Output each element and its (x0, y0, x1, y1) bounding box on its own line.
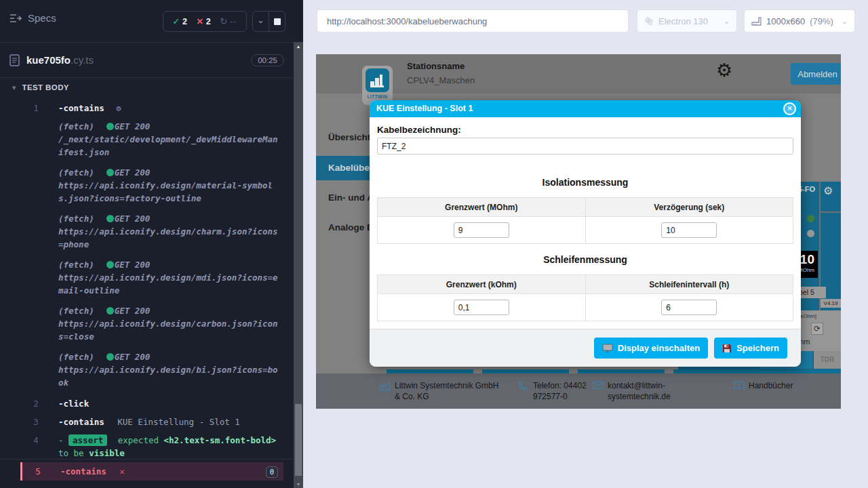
verzoegerung-input[interactable] (661, 222, 717, 238)
fetch-status: GET 200 (115, 214, 151, 224)
specs-label: Specs (28, 12, 56, 24)
fetch-status: GET 200 (115, 121, 151, 131)
failed-stat: ✕2 (196, 16, 210, 26)
spec-file-row[interactable]: kue705fo.cy.ts 00:25 (0, 43, 294, 77)
network-log-entry[interactable]: (fetch)GET 200 https://api.iconify.desig… (20, 348, 283, 391)
command-contains-1[interactable]: 1 -contains ⚙ (20, 99, 283, 118)
status-led-green (807, 215, 814, 222)
browser-name: Electron 130 (658, 16, 708, 26)
scrollbar-thumb[interactable] (295, 404, 302, 476)
specs-menu-icon (9, 14, 22, 23)
table-cell (585, 294, 793, 321)
network-log-entry[interactable]: (fetch)GET 200 https://api.iconify.desig… (20, 256, 283, 299)
scroll-up-arrow-icon[interactable]: ▲ (294, 44, 303, 49)
fail-x-icon: ✕ (119, 466, 125, 476)
reporter-scrollbar[interactable]: ▲ ▼ (294, 0, 303, 488)
card-tab-tdr[interactable]: TDR (814, 351, 841, 369)
fetch-status: GET 200 (115, 306, 151, 316)
collapse-all-button[interactable]: ⌄ (253, 12, 269, 31)
save-label: Speichern (736, 343, 779, 353)
fetch-kind: (fetch) (58, 121, 94, 131)
chevron-down-icon: ⌄ (257, 16, 264, 24)
address-bar[interactable] (317, 9, 629, 33)
spec-basename: kue705fo (26, 54, 71, 66)
chevron-down-icon: ⌄ (724, 17, 730, 26)
test-stats: ✓2 ✕2 ↻-- (163, 11, 247, 32)
fetch-kind: (fetch) (58, 167, 94, 178)
network-log-entry[interactable]: (fetch)GET 200 https://api.iconify.desig… (20, 210, 283, 253)
specs-menu[interactable]: Specs (9, 12, 56, 24)
network-log-entry[interactable]: (fetch)GET 200 https://api.iconify.desig… (20, 302, 283, 345)
assert-text: expected (118, 435, 159, 445)
isolation-heading: Isolationsmessung (377, 177, 793, 188)
network-log-entry[interactable]: (fetch)GET 200 https://api.iconify.desig… (20, 164, 283, 207)
command-name: -contains (58, 417, 104, 427)
fetch-kind: (fetch) (58, 306, 94, 316)
logout-button[interactable]: Abmelden (791, 63, 841, 85)
footer-manuals[interactable]: Handbücher (734, 380, 822, 391)
grenzwert-kohm-input[interactable] (454, 300, 509, 315)
modal-header[interactable]: KUE Einstellung - Slot 1 ✕ (370, 100, 801, 117)
command-number: 2 (24, 397, 47, 410)
network-log-entry[interactable]: (fetch)GET 200 /_next/static/development… (20, 118, 283, 161)
settings-gear-icon[interactable]: ⚙ (716, 60, 732, 81)
cable-name-input[interactable] (377, 138, 793, 155)
command-assert[interactable]: 4 - assert expected <h2.text-sm.font-bol… (20, 431, 283, 462)
command-contains-failed[interactable]: 5 -contains ✕ 0 (20, 462, 283, 481)
scroll-down-arrow-icon[interactable]: ▼ (294, 482, 303, 487)
command-log: 1 -contains ⚙ (fetch)GET 200 /_next/stat… (20, 99, 283, 481)
station-name-value: CPLV4_Maschen (407, 75, 475, 85)
status-dot-icon (106, 353, 114, 361)
floppy-disk-icon (722, 344, 732, 353)
divider (821, 211, 841, 213)
footer-phone: Telefon: 04402 972577-0 (518, 380, 601, 402)
viewport-selector[interactable]: 1000x660 (79%) ⌄ (744, 9, 855, 33)
fetch-url: https://api.iconify.design/carbon.json?i… (58, 317, 278, 343)
status-dot-icon (106, 169, 114, 176)
test-body-toggle[interactable]: ▾ TEST BODY (0, 78, 294, 97)
close-icon[interactable]: ✕ (783, 102, 796, 115)
modal-footer: Display einschalten Speichern (370, 329, 801, 367)
scrollbar-track[interactable]: ▲ ▼ (294, 42, 303, 488)
browser-selector[interactable]: Electron 130 ⌄ (637, 9, 737, 33)
retry-count-badge: 0 (266, 466, 278, 478)
grenzwert-mohm-input[interactable] (454, 222, 509, 238)
fetch-kind: (fetch) (58, 214, 94, 224)
kue-settings-modal: KUE Einstellung - Slot 1 ✕ Kabelbezeichn… (370, 100, 801, 367)
reporter-header: Specs ✓2 ✕2 ↻-- ⌄ (0, 0, 294, 42)
fetch-url: https://api.iconify.design/material-symb… (58, 179, 278, 205)
stop-tests-button[interactable] (269, 12, 285, 31)
save-button[interactable]: Speichern (714, 338, 787, 359)
command-contains-2[interactable]: 3 -contains KUE Einstellung - Slot 1 (20, 413, 283, 431)
command-name: -contains (58, 103, 104, 113)
stop-icon (274, 18, 281, 25)
isolation-table: Grenzwert (MOhm) Verzögerung (sek) (377, 197, 793, 244)
schleifen-table: Grenzwert (kOhm) Schleifenintervall (h) (377, 274, 793, 321)
schleifenintervall-input[interactable] (661, 300, 717, 315)
station-name-label: Stationsname (407, 61, 465, 71)
fetch-url: https://api.iconify.design/bi.json?icons… (58, 363, 278, 389)
card-gear-icon[interactable]: ⚙ (823, 184, 833, 197)
command-number: 5 (26, 465, 50, 478)
assert-badge: assert (68, 434, 107, 446)
col-header-grenzwert-mohm: Grenzwert (MOhm) (378, 198, 586, 217)
display-on-button[interactable]: Display einschalten (594, 338, 708, 359)
command-click[interactable]: 2 -click (20, 394, 283, 413)
refresh-icon[interactable]: ⟳ (811, 323, 823, 335)
aut-panel: Electron 130 ⌄ 1000x660 (79%) ⌄ LITTWIN … (303, 0, 868, 488)
reporter-sidebar: Specs ✓2 ✕2 ↻-- ⌄ kue705fo.cy.ts 00:25 ▾… (0, 0, 294, 488)
pending-count: -- (230, 17, 237, 26)
fetch-kind: (fetch) (58, 260, 94, 270)
status-led-gray (807, 230, 814, 237)
command-name: -contains (60, 466, 106, 476)
littwin-logo-text: LITTWIN (362, 94, 393, 99)
col-header-schleifenintervall: Schleifenintervall (h) (585, 275, 793, 294)
fetch-url: https://api.iconify.design/charm.json?ic… (58, 225, 278, 251)
viewport-size: 1000x660 (766, 16, 805, 26)
footer-email[interactable]: kontakt@littwin-systemtechnik.de (593, 380, 689, 402)
phone-text: Telefon: 04402 972577-0 (533, 381, 587, 401)
chevron-down-icon: ▾ (12, 83, 16, 92)
manuals-text: Handbücher (749, 381, 793, 390)
spec-extension: .cy.ts (71, 54, 94, 66)
littwin-logo-icon (366, 68, 389, 92)
